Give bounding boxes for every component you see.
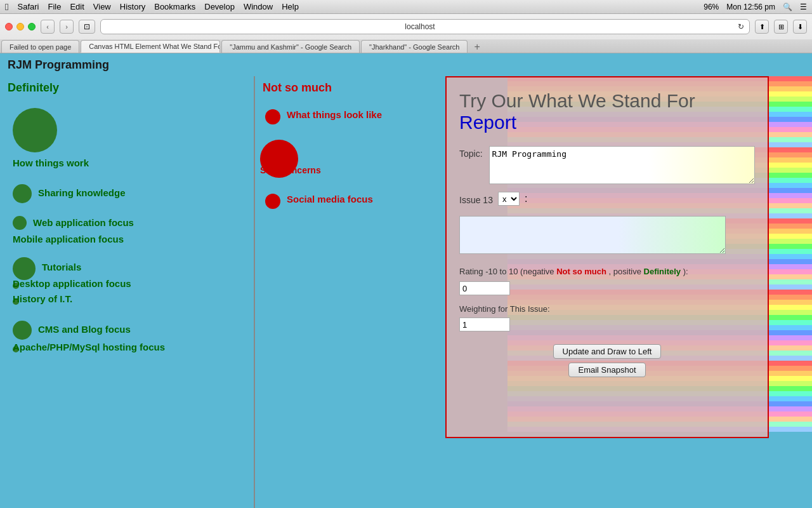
menu-bookmarks[interactable]: Bookmarks bbox=[154, 2, 195, 11]
right-item-look: What things look like bbox=[287, 109, 382, 120]
buttons-row: Update and Draw to Left Email Snapshot bbox=[459, 344, 755, 377]
browser-chrome: ‹ › ⊡ localhost ↻ ⬆ ⊞ ⬇ Failed to open p… bbox=[0, 14, 812, 53]
rbullet-1 bbox=[265, 109, 280, 124]
modal-title-link[interactable]: Report bbox=[459, 112, 516, 133]
minimize-button[interactable] bbox=[16, 23, 24, 30]
page-content: RJM Programming Definitely How things wo… bbox=[0, 53, 812, 508]
rating-positive: , positive bbox=[609, 267, 641, 276]
left-item-mobile-app: Mobile application focus bbox=[13, 234, 124, 244]
browser-toolbar: ‹ › ⊡ localhost ↻ ⬆ ⊞ ⬇ bbox=[0, 14, 812, 39]
site-title: RJM Programming bbox=[8, 58, 109, 72]
left-header: Definitely bbox=[0, 76, 254, 100]
share-button[interactable]: ⬆ bbox=[755, 20, 769, 34]
weighting-input-row bbox=[459, 318, 755, 331]
modal-dialog: Try Our What We Stand For Report Topic: … bbox=[445, 76, 769, 438]
update-draw-button[interactable]: Update and Draw to Left bbox=[553, 344, 662, 359]
topic-textarea[interactable]: RJM Programming bbox=[489, 146, 755, 184]
not-so-much-label: Not so much bbox=[556, 267, 606, 276]
left-item-tutorials: Tutorials bbox=[42, 262, 81, 272]
modal-title-static: Try Our What We Stand For bbox=[459, 90, 695, 111]
new-tab-button[interactable]: + bbox=[469, 41, 485, 53]
close-button[interactable] bbox=[5, 23, 13, 30]
apple-menu[interactable]:  bbox=[5, 1, 8, 12]
circle-2 bbox=[13, 184, 32, 203]
tab-failed[interactable]: Failed to open page bbox=[1, 40, 79, 53]
tab-icon[interactable]: ⊞ bbox=[774, 20, 788, 34]
definitely-label: Definitely bbox=[644, 267, 681, 276]
left-item-history: History of I.T. bbox=[13, 293, 72, 304]
main-area: Definitely How things work Sharing knowl… bbox=[0, 76, 812, 508]
menubar:  Safari File Edit View History Bookmark… bbox=[0, 0, 812, 14]
forward-button[interactable]: › bbox=[60, 20, 74, 34]
left-item-web-app: Web application focus bbox=[33, 217, 134, 228]
left-item-apache: Apache/PHP/MySql hosting focus bbox=[13, 342, 165, 352]
site-header: RJM Programming bbox=[0, 53, 812, 76]
left-item-cms: CMS and Blog focus bbox=[38, 324, 131, 335]
weighting-input[interactable] bbox=[459, 318, 510, 331]
maximize-button[interactable] bbox=[28, 23, 36, 30]
tabs-bar: Failed to open page Canvas HTML Element … bbox=[0, 39, 812, 53]
right-item-social: Social media focus bbox=[287, 194, 373, 204]
email-snapshot-button[interactable]: Email Snapshot bbox=[568, 363, 645, 377]
issue-row: Issue 13 x 1 2 3 : bbox=[459, 192, 755, 206]
notification-icon[interactable]: ☰ bbox=[800, 3, 807, 11]
modal-title: Try Our What We Stand For Report bbox=[459, 90, 755, 133]
issue-colon: : bbox=[525, 193, 527, 204]
menu-edit[interactable]: Edit bbox=[70, 2, 84, 11]
left-column: Definitely How things work Sharing knowl… bbox=[0, 76, 254, 508]
menu-file[interactable]: File bbox=[48, 2, 61, 11]
reload-icon[interactable]: ↻ bbox=[738, 22, 744, 31]
issue-select[interactable]: x 1 2 3 bbox=[498, 192, 520, 206]
traffic-lights bbox=[5, 23, 36, 30]
circle-1 bbox=[13, 108, 57, 152]
menu-help[interactable]: Help bbox=[282, 2, 299, 11]
sidebar-button[interactable]: ⊡ bbox=[79, 20, 95, 34]
left-item-desktop: Desktop application focus bbox=[13, 278, 131, 289]
menu-develop[interactable]: Develop bbox=[204, 2, 235, 11]
address-text: localhost bbox=[106, 22, 734, 31]
rating-label-row: Rating -10 to 10 (negative Not so much ,… bbox=[459, 267, 755, 276]
clock: Mon 12:56 pm bbox=[726, 3, 775, 11]
left-item-sharing: Sharing knowledge bbox=[38, 187, 126, 198]
left-item-how-things-work: How things work bbox=[13, 157, 89, 168]
rating-input[interactable] bbox=[459, 281, 510, 295]
rbullet-3 bbox=[265, 194, 280, 209]
rating-suffix: ): bbox=[683, 267, 688, 276]
download-button[interactable]: ⬇ bbox=[793, 20, 807, 34]
menu-history[interactable]: History bbox=[120, 2, 145, 11]
rating-input-row bbox=[459, 281, 755, 295]
issue-label: Issue 13 bbox=[459, 192, 493, 205]
tab-canvas[interactable]: Canvas HTML Element What We Stand For Pr… bbox=[81, 40, 220, 53]
right-item-seo: SEO concerns bbox=[260, 165, 321, 175]
topic-label: Topic: bbox=[459, 146, 483, 159]
menu-safari[interactable]: Safari bbox=[17, 2, 39, 11]
menu-view[interactable]: View bbox=[93, 2, 111, 11]
rating-prefix: Rating -10 to 10 (negative bbox=[459, 267, 554, 276]
battery-indicator: 96% bbox=[704, 3, 719, 11]
circle-5 bbox=[13, 321, 32, 340]
back-button[interactable]: ‹ bbox=[41, 20, 55, 34]
tab-jammu[interactable]: "Jammu and Kashmir" - Google Search bbox=[221, 40, 360, 53]
topic-row: Topic: RJM Programming bbox=[459, 146, 755, 184]
address-bar[interactable]: localhost ↻ bbox=[100, 19, 750, 34]
content-textarea[interactable] bbox=[459, 216, 726, 254]
weighting-label: Weighting for This Issue: bbox=[459, 304, 755, 314]
search-icon[interactable]: 🔍 bbox=[783, 3, 792, 11]
circle-4 bbox=[13, 257, 36, 280]
circle-3 bbox=[13, 216, 27, 230]
right-area: Not so much What things look like SEO co… bbox=[255, 76, 812, 508]
tab-jharkhand[interactable]: "Jharkhand" - Google Search bbox=[361, 40, 468, 53]
menu-window[interactable]: Window bbox=[244, 2, 273, 11]
